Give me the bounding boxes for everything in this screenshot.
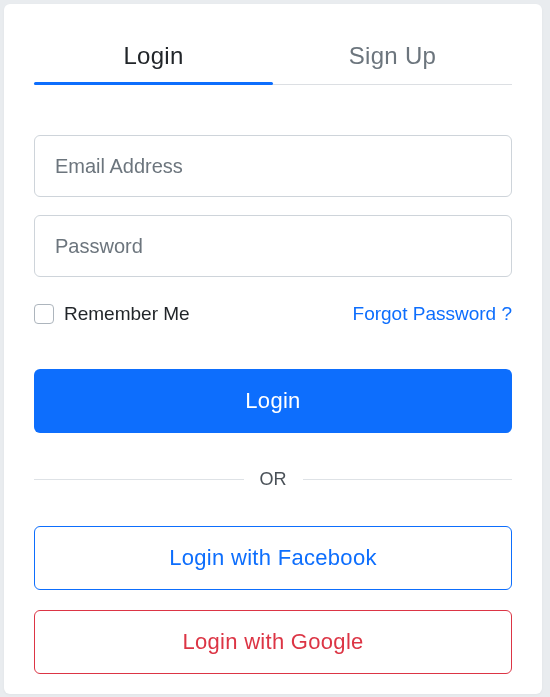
forgot-password-link[interactable]: Forgot Password ?	[353, 303, 512, 325]
remember-me: Remember Me	[34, 303, 190, 325]
login-google-button[interactable]: Login with Google	[34, 610, 512, 674]
password-field[interactable]	[34, 215, 512, 277]
email-field[interactable]	[34, 135, 512, 197]
login-card: Login Sign Up Remember Me Forgot Passwor…	[4, 4, 542, 694]
divider-label: OR	[244, 469, 303, 490]
login-button[interactable]: Login	[34, 369, 512, 433]
remember-checkbox[interactable]	[34, 304, 54, 324]
auth-tabs: Login Sign Up	[34, 34, 512, 85]
divider: OR	[34, 469, 512, 490]
tab-login[interactable]: Login	[34, 34, 273, 84]
options-row: Remember Me Forgot Password ?	[34, 303, 512, 325]
tab-signup[interactable]: Sign Up	[273, 34, 512, 84]
remember-label: Remember Me	[64, 303, 190, 325]
login-facebook-button[interactable]: Login with Facebook	[34, 526, 512, 590]
